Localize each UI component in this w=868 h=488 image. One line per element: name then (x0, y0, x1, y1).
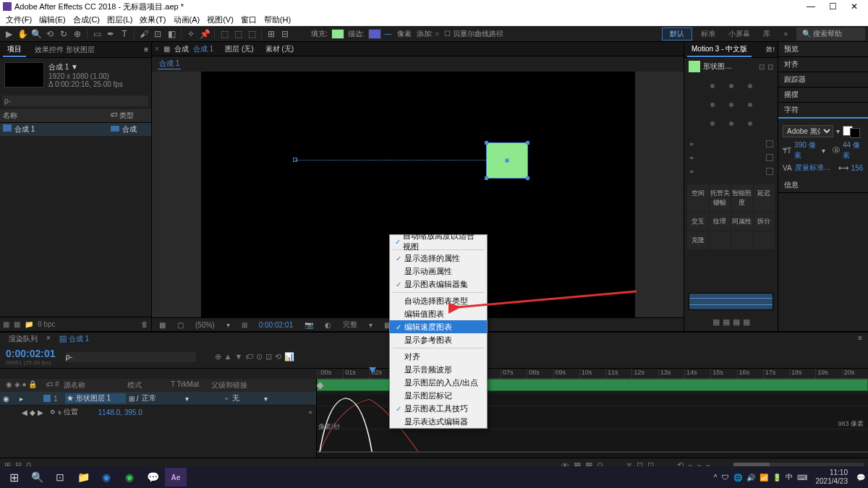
proj-comp-name[interactable]: 合成 1 ▼ (48, 62, 123, 72)
menu-edit-value-graph[interactable]: 编辑值图表 (390, 307, 487, 320)
workspace-lib[interactable]: 库 (759, 28, 775, 40)
motion-opt2-icon[interactable]: ⊡ (767, 63, 773, 71)
rect-tool[interactable]: ▭ (91, 28, 103, 40)
motion-wave[interactable] (689, 293, 773, 310)
bezier-checkbox[interactable]: ☐ 贝塞尔曲线路径 (444, 29, 503, 39)
act-interact[interactable]: 交互 (687, 213, 709, 231)
anchor-tool[interactable]: ⊕ (72, 28, 83, 40)
menu-show-inout[interactable]: 显示图层的入点/出点 (390, 376, 487, 389)
tab-wiggle[interactable]: 摇摆 (778, 87, 868, 103)
taskbar-app1[interactable]: ◉ (95, 468, 117, 487)
menu-edit-speed-graph[interactable]: ✓编辑速度图表 (390, 320, 487, 333)
leading[interactable]: 44 像素 (843, 140, 864, 160)
act-split[interactable]: 拆分 (754, 213, 775, 231)
tl-icon-2[interactable]: ▲ (224, 352, 232, 361)
col-mode[interactable]: 模式 (124, 380, 168, 390)
tab-align[interactable]: 对齐 (778, 57, 868, 72)
wave-btn2[interactable]: ▦ (723, 317, 730, 327)
timeline-prop-position[interactable]: ◀ ◆ ▶ ⭘ ⊵ 位置 1148.0, 395.0 ⚭ (0, 406, 316, 419)
orbit-tool[interactable]: ⟲ (44, 28, 56, 40)
handle-tl[interactable] (485, 141, 488, 145)
link3-icon[interactable]: ⚭ (689, 168, 694, 176)
tab-character[interactable]: 字符 (778, 103, 868, 119)
anchor-grid[interactable] (707, 81, 755, 129)
view-axis-icon[interactable]: ⬚ (246, 28, 258, 40)
maximize-button[interactable]: ☐ (822, 1, 843, 12)
tab-project[interactable]: 项目 (3, 43, 26, 57)
workspace-standard[interactable]: 标准 (697, 28, 720, 40)
menu-show-graph-set[interactable]: ✓显示图表编辑器集 (390, 278, 487, 291)
tray-clock[interactable]: 11:10 2021/4/23 (812, 468, 853, 486)
col-parent[interactable]: 父级和链接 (208, 380, 288, 390)
text-tool[interactable]: T (119, 28, 130, 40)
handle-tr[interactable] (526, 141, 529, 145)
menu-file[interactable]: 文件(F) (3, 14, 35, 25)
timecode[interactable]: 0:00:02:01 (6, 348, 56, 359)
menu-snap[interactable]: 对齐 (390, 350, 487, 363)
tray-vol-icon[interactable]: 🔊 (746, 474, 755, 481)
timeline-layer[interactable]: ◉ ▸ 1 ★ 形状图层 1 ⊞ / 正常 ▾ ⚭ 无 ▾ (0, 392, 316, 406)
tray-notif-icon[interactable]: 💬 (856, 474, 865, 481)
zoom-tool[interactable]: 🔍 (30, 28, 42, 40)
menu-view[interactable]: 视图(V) (204, 14, 237, 25)
snap2-icon[interactable]: ⊟ (279, 28, 291, 40)
tl-icon-3[interactable]: ▼ (234, 352, 242, 361)
menu-show-expression[interactable]: 显示表达式编辑器 (390, 415, 487, 428)
keyframe-start-handle[interactable] (293, 158, 297, 162)
col-trkmat[interactable]: T TrkMat (168, 380, 208, 390)
tray-ime[interactable]: 中 (786, 472, 793, 482)
act-texture[interactable]: 纹理 (710, 213, 731, 231)
graph-editor-button[interactable]: 📊 (284, 352, 294, 361)
layer-label-color[interactable] (43, 395, 51, 402)
tray-shield-icon[interactable]: 🛡 (722, 474, 729, 481)
tl-icon-6[interactable]: ⊡ (265, 352, 272, 361)
local-axis-icon[interactable]: ⬚ (218, 28, 230, 40)
puppet-tool[interactable]: 📌 (199, 28, 210, 40)
project-search[interactable]: ρ- (3, 95, 148, 106)
snap-icon[interactable]: ⊞ (265, 28, 277, 40)
workspace-small[interactable]: 小屏幕 (724, 28, 754, 40)
close-button[interactable]: ✕ (843, 1, 865, 12)
wave-btn3[interactable]: ▦ (733, 317, 740, 327)
position-value[interactable]: 1148.0, 395.0 (98, 408, 142, 416)
col-source[interactable]: 源名称 (61, 380, 124, 390)
menu-effect[interactable]: 效果(T) (137, 14, 169, 25)
menu-window[interactable]: 窗口 (238, 14, 260, 25)
selection-tool[interactable]: ▶ (3, 28, 14, 40)
act-clone[interactable]: 克隆 (687, 231, 709, 249)
motion-opt1-icon[interactable]: ⊡ (759, 63, 765, 71)
tray-keyboard-icon[interactable]: ⌨ (797, 474, 807, 481)
tray-wifi-icon[interactable]: 📶 (760, 474, 768, 481)
tab-motion[interactable]: Motion 3 - 中文版 (687, 43, 752, 57)
layer-mode[interactable]: 正常 (142, 393, 182, 403)
fill-swatch[interactable] (331, 29, 344, 39)
menu-layer[interactable]: 图层(L) (104, 14, 135, 25)
vf-res-icon[interactable]: ⊞ (239, 321, 250, 329)
viewer-footage-tab[interactable]: 素材 (无) (265, 44, 294, 54)
vf-quality[interactable]: 完整 (340, 320, 360, 330)
start-button[interactable]: ⊞ (3, 468, 25, 487)
viewer-layer-tab[interactable]: 图层 (无) (225, 44, 253, 54)
wave-btn1[interactable]: ▦ (712, 317, 720, 327)
layer-parent[interactable]: 无 (232, 393, 261, 403)
viewer-subtab[interactable]: 合成 1 (158, 59, 181, 69)
tab-effect-controls[interactable]: 效果控件 形状图层 (30, 43, 99, 56)
taskbar-app2[interactable]: ◉ (119, 468, 140, 487)
menu-animation[interactable]: 动画(A) (171, 14, 203, 25)
act-space[interactable]: 空间 (687, 184, 709, 212)
menu-auto-zoom[interactable]: ✓自动缩放高度以适合视图 (390, 235, 487, 248)
tab-timeline-comp[interactable]: ▦ 合成 1 (56, 334, 92, 344)
hand-tool[interactable]: ✋ (17, 28, 28, 40)
tl-icon-1[interactable]: ⊕ (215, 352, 221, 361)
menu-composition[interactable]: 合成(C) (70, 14, 103, 25)
handle-br[interactable] (526, 176, 529, 180)
anchor-point[interactable] (505, 159, 509, 163)
tray-net-icon[interactable]: 🌐 (733, 474, 742, 481)
add-label[interactable]: 添加: ○ (417, 29, 440, 39)
menu-show-markers[interactable]: 显示图层标记 (390, 389, 487, 402)
menu-help[interactable]: 帮助(H) (261, 14, 294, 25)
menu-show-animated[interactable]: 显示动画属性 (390, 265, 487, 278)
tl-icon-7[interactable]: ⟲ (275, 352, 281, 361)
viewer-comp-tab[interactable]: 合成 1 (193, 44, 213, 54)
motion-effect-label[interactable]: 效! (766, 45, 775, 54)
